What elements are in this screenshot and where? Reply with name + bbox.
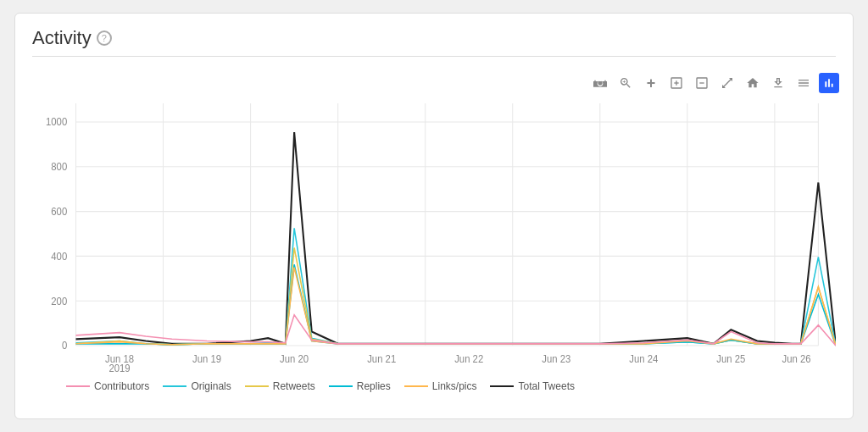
svg-text:800: 800 [51, 161, 67, 172]
expand-icon[interactable] [717, 73, 737, 93]
legend-retweets: Retweets [245, 380, 315, 392]
svg-text:Jun 25: Jun 25 [716, 352, 745, 363]
legend-originals: Originals [163, 380, 231, 392]
chart-svg: .axis-label { font-size: 11px; fill: #88… [32, 94, 836, 374]
legend-links-pics-label: Links/pics [432, 380, 477, 392]
legend-retweets-line [245, 385, 269, 387]
zoom-icon[interactable] [615, 73, 636, 93]
legend-contributors-label: Contributors [94, 380, 149, 392]
legend-links-pics-line [404, 385, 428, 387]
download-icon[interactable] [768, 73, 788, 93]
legend-contributors-line [66, 385, 90, 387]
legend-contributors: Contributors [66, 380, 149, 392]
chart-area: .axis-label { font-size: 11px; fill: #88… [32, 94, 836, 374]
svg-text:0: 0 [62, 340, 68, 351]
svg-text:Jun 19: Jun 19 [192, 352, 221, 363]
svg-text:Jun 23: Jun 23 [542, 352, 570, 363]
title-divider [32, 56, 836, 57]
help-icon[interactable]: ? [97, 30, 112, 46]
legend-retweets-label: Retweets [273, 380, 315, 392]
bar-chart-icon[interactable] [819, 73, 839, 93]
legend-originals-line [163, 385, 186, 387]
legend-replies-line [329, 385, 353, 387]
activity-card: Activity ? + [14, 13, 854, 419]
svg-text:Jun 20: Jun 20 [280, 352, 309, 363]
camera-icon[interactable] [590, 73, 610, 93]
svg-text:Jun 22: Jun 22 [454, 352, 483, 363]
home-icon[interactable] [743, 73, 763, 93]
svg-text:600: 600 [51, 206, 67, 217]
card-title-area: Activity ? [32, 27, 836, 49]
svg-text:400: 400 [51, 250, 67, 261]
svg-text:Jun 21: Jun 21 [367, 352, 396, 363]
box-minus-icon[interactable] [692, 73, 712, 93]
legend-total-tweets-line [490, 385, 514, 387]
plus-icon[interactable]: + [641, 73, 661, 93]
legend-total-tweets: Total Tweets [490, 380, 574, 392]
legend-links-pics: Links/pics [404, 380, 477, 392]
legend-replies: Replies [329, 380, 391, 392]
chart-legend: Contributors Originals Retweets Replies … [32, 380, 836, 392]
svg-text:200: 200 [51, 295, 67, 306]
legend-replies-label: Replies [357, 380, 391, 392]
chart-toolbar: + [590, 73, 839, 93]
box-plus-icon[interactable] [666, 73, 687, 93]
card-title: Activity [32, 27, 92, 49]
legend-total-tweets-label: Total Tweets [518, 380, 574, 392]
svg-text:2019: 2019 [108, 362, 130, 373]
svg-text:1000: 1000 [46, 116, 68, 127]
legend-originals-label: Originals [191, 380, 231, 392]
svg-text:Jun 24: Jun 24 [629, 352, 658, 363]
svg-text:Jun 26: Jun 26 [782, 352, 811, 363]
lines-icon[interactable] [793, 73, 814, 93]
